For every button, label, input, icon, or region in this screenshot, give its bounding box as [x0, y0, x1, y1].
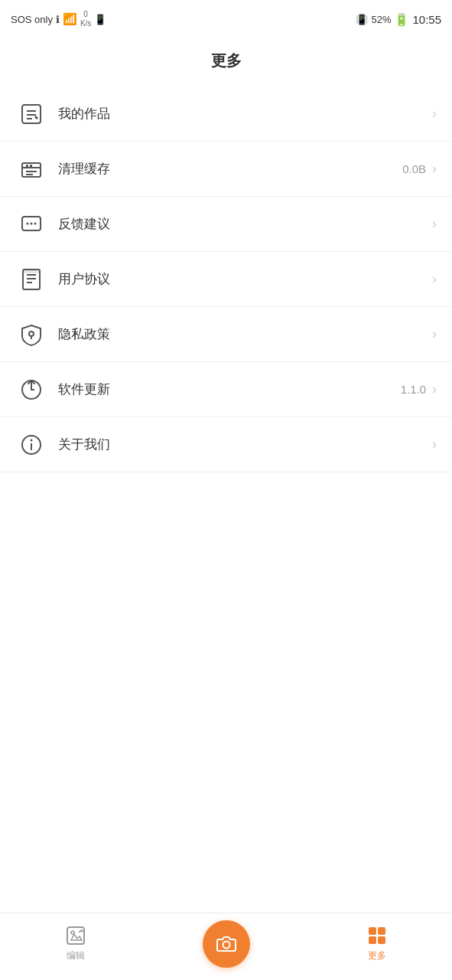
- clear-cache-label: 清理缓存: [58, 160, 402, 178]
- my-works-chevron: ›: [432, 106, 437, 122]
- software-update-chevron: ›: [432, 381, 437, 397]
- software-update-label: 软件更新: [58, 381, 401, 398]
- svg-rect-33: [378, 936, 385, 944]
- edit-nav-label: 编辑: [67, 949, 85, 962]
- battery-percent: 52%: [371, 14, 391, 25]
- user-agreement-label: 用户协议: [58, 270, 426, 288]
- time-display: 10:55: [412, 13, 441, 26]
- menu-item-user-agreement[interactable]: 用户协议 ›: [0, 252, 452, 307]
- more-nav-icon: [366, 925, 388, 946]
- clear-cache-chevron: ›: [432, 161, 437, 177]
- feedback-chevron: ›: [432, 216, 437, 232]
- svg-point-12: [31, 222, 33, 224]
- user-agreement-chevron: ›: [432, 271, 437, 287]
- privacy-policy-label: 隐私政策: [58, 325, 426, 343]
- feedback-icon: [15, 208, 47, 240]
- svg-line-28: [79, 930, 81, 933]
- more-nav-label: 更多: [368, 949, 386, 962]
- svg-point-11: [27, 222, 29, 224]
- about-us-label: 关于我们: [58, 436, 426, 453]
- network-speed: 0 K/s: [80, 10, 91, 28]
- menu-item-clear-cache[interactable]: 清理缓存 0.0B ›: [0, 142, 452, 197]
- sim-icon: 📱: [94, 14, 106, 25]
- sos-text: SOS only: [11, 14, 53, 25]
- svg-rect-32: [369, 936, 376, 944]
- update-icon: [15, 374, 47, 406]
- nav-camera[interactable]: [151, 920, 301, 968]
- menu-item-software-update[interactable]: 软件更新 1.1.0 ›: [0, 362, 452, 417]
- about-icon: [15, 429, 47, 461]
- edit-nav-icon: [65, 925, 86, 946]
- nav-edit[interactable]: 编辑: [0, 925, 151, 962]
- svg-rect-30: [369, 927, 376, 935]
- privacy-icon: [15, 318, 47, 351]
- menu-list: 我的作品 › 清理缓存 0.0B ›: [0, 87, 452, 913]
- svg-point-13: [34, 222, 37, 224]
- wifi-icon: 📶: [63, 12, 77, 26]
- menu-item-my-works[interactable]: 我的作品 ›: [0, 87, 452, 142]
- status-right: 📳 52% 🔋 10:55: [356, 12, 441, 27]
- menu-item-feedback[interactable]: 反馈建议 ›: [0, 197, 452, 252]
- nav-more[interactable]: 更多: [301, 925, 452, 962]
- camera-button[interactable]: [203, 920, 250, 968]
- privacy-policy-chevron: ›: [432, 326, 437, 342]
- svg-rect-7: [30, 165, 32, 167]
- page-title: 更多: [0, 38, 452, 87]
- clear-cache-value: 0.0B: [402, 162, 426, 175]
- software-update-value: 1.1.0: [401, 383, 426, 396]
- about-us-chevron: ›: [432, 436, 437, 452]
- agreement-icon: [15, 263, 47, 296]
- sim-signal-icon: 📳: [356, 14, 368, 25]
- menu-item-about-us[interactable]: 关于我们 ›: [0, 417, 452, 472]
- warning-icon: ℹ: [56, 14, 60, 25]
- cache-icon: [15, 153, 47, 185]
- svg-point-19: [29, 332, 34, 336]
- feedback-label: 反馈建议: [58, 215, 426, 233]
- svg-point-25: [31, 439, 33, 441]
- status-bar: SOS only ℹ 📶 0 K/s 📱 📳 52% 🔋 10:55: [0, 0, 452, 38]
- svg-rect-18: [23, 270, 40, 273]
- edit-icon: [15, 98, 47, 130]
- svg-rect-6: [26, 165, 28, 167]
- menu-item-privacy-policy[interactable]: 隐私政策 ›: [0, 307, 452, 362]
- status-left: SOS only ℹ 📶 0 K/s 📱: [11, 10, 106, 28]
- bottom-nav: 编辑 更多: [0, 913, 452, 980]
- svg-point-27: [71, 931, 74, 934]
- svg-rect-31: [378, 927, 385, 935]
- battery-icon: 🔋: [394, 12, 409, 27]
- my-works-label: 我的作品: [58, 105, 426, 122]
- svg-point-29: [223, 941, 229, 948]
